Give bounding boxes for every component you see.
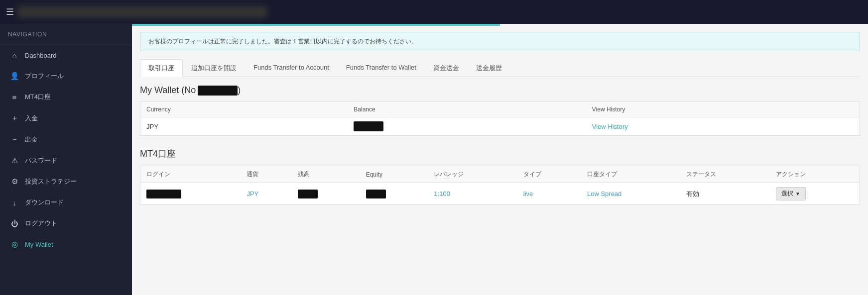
sidebar-item-withdraw[interactable]: － 出金 xyxy=(0,129,132,150)
sidebar-label-mywallet: My Wallet xyxy=(25,241,53,248)
sidebar-label-strategy: 投資ストラテジー xyxy=(25,177,77,186)
mt4-currency: JPY xyxy=(241,183,292,205)
mt4-col-status: ステータス xyxy=(680,166,769,183)
mt4-action: 選択 ▼ xyxy=(770,183,860,205)
main-layout: Navigation ⌂ Dashboard 👤 プロフィール ≡ MT4口座 … xyxy=(0,24,868,295)
mt4-col-leverage: レバレッジ xyxy=(428,166,517,183)
wallet-col-currency: Currency xyxy=(140,102,348,117)
mt4-equity xyxy=(360,183,428,205)
info-banner-text: お客様のプロフィールは正常に完了しました。審査は１営業日以内に完了するのでお待ち… xyxy=(148,38,417,45)
menu-icon[interactable]: ☰ xyxy=(6,6,14,17)
topbar: ☰ xyxy=(0,0,868,24)
sidebar-label-deposit: 入金 xyxy=(25,114,38,123)
page-content: My Wallet (No) Currency Balance View His… xyxy=(132,77,868,295)
sidebar-icon-logout: ⏻ xyxy=(10,219,19,228)
tab-transfer-wallet[interactable]: Funds Transfer to Wallet xyxy=(338,59,425,77)
mt4-type: live xyxy=(517,183,581,205)
wallet-currency: JPY xyxy=(140,117,348,136)
mt4-col-balance: 残高 xyxy=(292,166,360,183)
info-banner: お客様のプロフィールは正常に完了しました。審査は１営業日以内に完了するのでお待ち… xyxy=(140,32,860,51)
tabs-container: 取引口座 追加口座を開設 Funds Transfer to Account F… xyxy=(140,59,860,77)
wallet-table: Currency Balance View History JPY View H… xyxy=(140,101,860,136)
sidebar-title: Navigation xyxy=(0,24,132,45)
accent-line xyxy=(132,24,868,26)
mt4-login xyxy=(140,183,241,205)
mt4-row: JPY 1:100 live Low Spread 有効 選択 ▼ xyxy=(140,183,860,205)
tab-transfer-account[interactable]: Funds Transfer to Account xyxy=(245,59,338,77)
sidebar-item-mywallet[interactable]: ◎ My Wallet xyxy=(0,234,132,255)
tab-open-account[interactable]: 追加口座を開設 xyxy=(183,59,245,77)
mt4-title: MT4口座 xyxy=(140,148,860,160)
mt4-col-currency: 通貨 xyxy=(241,166,292,183)
sidebar-nav: ⌂ Dashboard 👤 プロフィール ≡ MT4口座 ＋ 入金 － 出金 ⚠… xyxy=(0,45,132,295)
sidebar-item-download[interactable]: ↓ ダウンロード xyxy=(0,192,132,213)
sidebar-label-mt4: MT4口座 xyxy=(25,93,51,101)
sidebar-item-password[interactable]: ⚠ パスワード xyxy=(0,150,132,171)
select-button[interactable]: 選択 ▼ xyxy=(776,187,806,200)
main-content: お客様のプロフィールは正常に完了しました。審査は１営業日以内に完了するのでお待ち… xyxy=(132,24,868,295)
tab-trading[interactable]: 取引口座 xyxy=(140,59,183,77)
sidebar-label-password: パスワード xyxy=(25,156,57,165)
sidebar-label-withdraw: 出金 xyxy=(25,135,38,144)
sidebar: Navigation ⌂ Dashboard 👤 プロフィール ≡ MT4口座 … xyxy=(0,24,132,295)
mt4-status: 有効 xyxy=(680,183,769,205)
sidebar-label-dashboard: Dashboard xyxy=(25,52,57,59)
wallet-title: My Wallet (No) xyxy=(140,85,860,96)
wallet-col-viewhistory: View History xyxy=(586,102,860,117)
mt4-col-account-type: 口座タイプ xyxy=(581,166,681,183)
sidebar-item-strategy[interactable]: ⚙ 投資ストラテジー xyxy=(0,171,132,192)
mt4-leverage: 1:100 xyxy=(428,183,517,205)
tab-remittance[interactable]: 資金送金 xyxy=(425,59,468,77)
sidebar-item-mt4[interactable]: ≡ MT4口座 xyxy=(0,87,132,107)
sidebar-icon-deposit: ＋ xyxy=(10,113,19,123)
sidebar-item-dashboard[interactable]: ⌂ Dashboard xyxy=(0,45,132,66)
wallet-col-balance: Balance xyxy=(348,102,586,117)
wallet-balance xyxy=(348,117,586,136)
mt4-table: ログイン 通貨 残高 Equity レバレッジ タイプ 口座タイプ ステータス … xyxy=(140,166,860,205)
sidebar-item-profile[interactable]: 👤 プロフィール xyxy=(0,66,132,87)
topbar-blurred-content xyxy=(18,6,267,18)
wallet-viewhistory: View History xyxy=(586,117,860,136)
sidebar-icon-mt4: ≡ xyxy=(10,93,19,101)
select-dropdown-icon: ▼ xyxy=(795,191,800,197)
mt4-col-equity: Equity xyxy=(360,166,428,183)
sidebar-label-download: ダウンロード xyxy=(25,198,64,207)
sidebar-icon-password: ⚠ xyxy=(10,156,19,165)
sidebar-item-deposit[interactable]: ＋ 入金 xyxy=(0,107,132,129)
sidebar-icon-strategy: ⚙ xyxy=(10,177,19,186)
sidebar-icon-mywallet: ◎ xyxy=(10,240,19,249)
mt4-account-type: Low Spread xyxy=(581,183,681,205)
mt4-col-action: アクション xyxy=(770,166,860,183)
tab-history[interactable]: 送金履歴 xyxy=(468,59,510,77)
sidebar-label-profile: プロフィール xyxy=(25,72,64,81)
sidebar-icon-withdraw: － xyxy=(10,135,19,144)
wallet-row: JPY View History xyxy=(140,117,860,136)
sidebar-label-logout: ログアウト xyxy=(25,219,57,228)
sidebar-icon-download: ↓ xyxy=(10,198,19,207)
select-button-label: 選択 xyxy=(781,190,793,198)
sidebar-icon-dashboard: ⌂ xyxy=(10,51,19,60)
sidebar-icon-profile: 👤 xyxy=(10,72,19,81)
mt4-col-type: タイプ xyxy=(517,166,581,183)
view-history-link[interactable]: View History xyxy=(592,123,628,130)
mt4-col-login: ログイン xyxy=(140,166,241,183)
mt4-balance xyxy=(292,183,360,205)
sidebar-item-logout[interactable]: ⏻ ログアウト xyxy=(0,213,132,234)
